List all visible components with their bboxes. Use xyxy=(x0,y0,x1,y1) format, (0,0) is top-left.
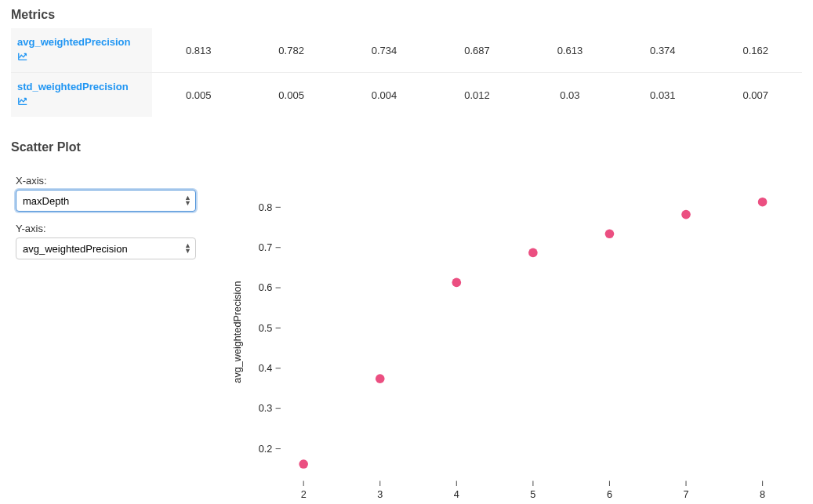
svg-text:4: 4 xyxy=(454,489,459,500)
svg-text:7: 7 xyxy=(684,489,689,500)
metric-value-cell: 0.007 xyxy=(710,73,802,118)
metric-value-cell: 0.687 xyxy=(430,28,523,73)
table-row: std_weightedPrecision0.0050.0050.0040.01… xyxy=(11,73,802,118)
scatter-point xyxy=(452,278,462,288)
metric-value-cell: 0.162 xyxy=(710,28,802,73)
metric-value-cell: 0.03 xyxy=(524,73,616,118)
metric-value-cell: 0.813 xyxy=(152,28,245,73)
metric-value-cell: 0.613 xyxy=(524,28,616,73)
y-axis-label: Y-axis: xyxy=(16,223,207,234)
metric-name: avg_weightedPrecision xyxy=(17,36,131,48)
svg-text:2: 2 xyxy=(301,489,307,500)
scatter-point xyxy=(299,459,308,469)
metric-value-cell: 0.374 xyxy=(616,28,709,73)
svg-text:0.4: 0.4 xyxy=(259,363,273,374)
scatter-heading: Scatter Plot xyxy=(11,140,802,154)
metric-value-cell: 0.782 xyxy=(245,28,337,73)
svg-text:0.8: 0.8 xyxy=(259,202,273,213)
svg-text:0.6: 0.6 xyxy=(259,282,273,293)
metric-name-cell[interactable]: std_weightedPrecision xyxy=(11,73,152,118)
metric-name-cell[interactable]: avg_weightedPrecision xyxy=(11,28,152,73)
scatter-point xyxy=(605,229,615,238)
x-axis-label: X-axis: xyxy=(16,175,207,187)
metric-value-cell: 0.004 xyxy=(338,73,430,118)
scatter-point xyxy=(758,198,768,207)
svg-text:0.3: 0.3 xyxy=(259,403,273,414)
scatter-point xyxy=(376,374,385,383)
axis-controls: X-axis: maxDepth ▲▼ Y-axis: avg_weighted… xyxy=(11,175,207,504)
metrics-heading: Metrics xyxy=(11,8,802,22)
svg-text:5: 5 xyxy=(530,489,535,500)
x-axis-select[interactable]: maxDepth xyxy=(16,190,196,212)
metric-value-cell: 0.005 xyxy=(152,73,245,118)
scatter-plot: 0.20.30.40.50.60.70.82345678maxDepthavg_… xyxy=(223,175,802,504)
svg-text:8: 8 xyxy=(760,489,765,500)
metric-value-cell: 0.005 xyxy=(245,73,337,118)
svg-text:3: 3 xyxy=(377,489,383,500)
svg-text:0.2: 0.2 xyxy=(259,444,273,455)
table-row: avg_weightedPrecision0.8130.7820.7340.68… xyxy=(11,28,802,73)
metric-value-cell: 0.031 xyxy=(616,73,709,118)
scatter-point xyxy=(528,248,538,258)
chart-line-icon[interactable] xyxy=(17,96,28,109)
metric-value-cell: 0.734 xyxy=(338,28,430,73)
svg-text:0.7: 0.7 xyxy=(259,242,273,253)
svg-text:avg_weightedPrecision: avg_weightedPrecision xyxy=(232,281,243,383)
svg-text:6: 6 xyxy=(607,489,612,500)
metric-name: std_weightedPrecision xyxy=(17,81,129,92)
svg-text:0.5: 0.5 xyxy=(259,323,273,334)
chart-line-icon[interactable] xyxy=(17,51,28,64)
scatter-plot-svg: 0.20.30.40.50.60.70.82345678maxDepthavg_… xyxy=(223,175,802,504)
metric-value-cell: 0.012 xyxy=(430,73,523,118)
y-axis-select[interactable]: avg_weightedPrecision xyxy=(16,237,196,259)
metrics-table: avg_weightedPrecision0.8130.7820.7340.68… xyxy=(11,28,802,117)
scatter-point xyxy=(681,210,691,219)
